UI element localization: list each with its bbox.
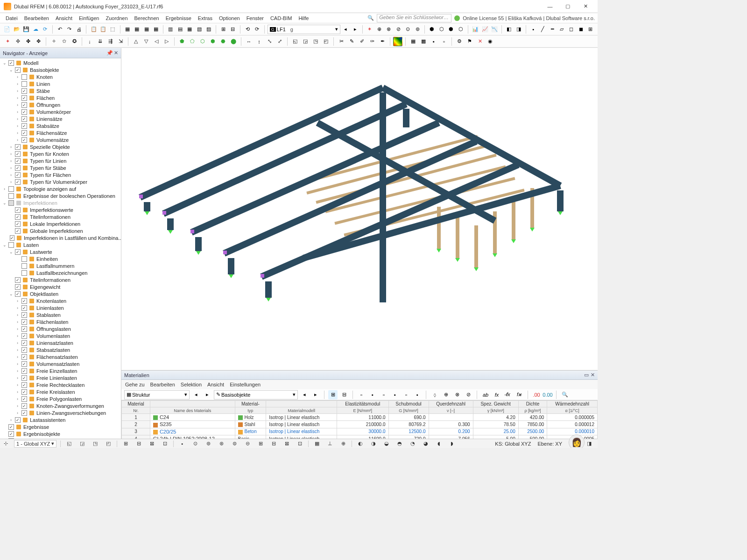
sb-snap5[interactable]: ⊜ — [230, 439, 239, 448]
window-minimize[interactable]: — — [542, 1, 558, 12]
tb2-m1[interactable]: ⬟ — [177, 37, 187, 46]
expand-icon[interactable]: › — [15, 131, 20, 135]
expand-icon[interactable]: › — [15, 376, 20, 380]
tb-undo[interactable]: ↶ — [56, 25, 64, 34]
tb-set[interactable]: ⊞ — [586, 25, 595, 34]
mat-tb-dec2[interactable]: 0.00 — [543, 390, 552, 399]
checkbox[interactable] — [21, 354, 27, 360]
checkbox[interactable] — [15, 207, 21, 213]
sb-2[interactable]: ◲ — [78, 439, 87, 448]
sb-snap9[interactable]: ⊠ — [282, 439, 291, 448]
sb-7[interactable]: ⊠ — [147, 439, 156, 448]
expand-icon[interactable]: › — [15, 89, 20, 93]
expand-icon[interactable]: ⌄ — [2, 201, 7, 205]
mat-tb-e[interactable]: ▫ — [402, 390, 411, 399]
tb2-1[interactable]: ✦ — [3, 37, 12, 46]
tree-item[interactable]: Titelinformationen — [0, 213, 121, 220]
mat-tb-a[interactable]: ▫ — [357, 390, 366, 399]
expand-icon[interactable]: › — [8, 166, 14, 170]
tb-snap2[interactable]: ⊕ — [375, 25, 383, 34]
tb-memb[interactable]: ━ — [548, 25, 557, 34]
tree-item[interactable]: Lastfallnummern — [0, 262, 121, 269]
tb2-support4[interactable]: ▷ — [162, 37, 171, 46]
tree-item[interactable]: ⌄Lastwerte — [0, 248, 121, 255]
tree-item[interactable]: ⌄Basisobjekte — [0, 66, 121, 73]
mat-tb-i[interactable]: ⊗ — [452, 390, 462, 399]
tb2-edit2[interactable]: ✎ — [347, 37, 356, 46]
checkbox[interactable] — [21, 326, 27, 332]
tb-view1[interactable]: ▦ — [123, 25, 132, 34]
expand-icon[interactable]: › — [8, 180, 14, 184]
tb2-m4[interactable]: ⬢ — [208, 37, 218, 46]
tb-calc2[interactable]: ⬡ — [437, 25, 446, 34]
mat-menu-view[interactable]: Ansicht — [207, 382, 224, 387]
sb-snap4[interactable]: ⊛ — [217, 439, 226, 448]
tb-open[interactable]: 📂 — [12, 25, 21, 34]
menu-ansicht[interactable]: Ansicht — [53, 14, 75, 22]
expand-icon[interactable]: › — [8, 145, 14, 149]
tb2-support3[interactable]: ◁ — [152, 37, 161, 46]
tb2-5[interactable]: ✧ — [49, 37, 58, 46]
mat-tb-next2[interactable]: ▸ — [311, 390, 320, 399]
tb-view4[interactable]: ▦ — [152, 25, 160, 34]
tb2-load3[interactable]: ⇶ — [106, 37, 115, 46]
basis-dropdown[interactable]: ✎Basisobjekte▾ — [214, 390, 298, 399]
checkbox[interactable] — [15, 214, 21, 220]
tree-item[interactable]: Globale Imperfektionen — [0, 227, 121, 234]
tb2-2[interactable]: ✢ — [13, 37, 22, 46]
tree-item[interactable]: ›Freie Polygonlasten — [0, 395, 121, 402]
expand-icon[interactable]: › — [8, 159, 14, 163]
tb-view3[interactable]: ▦ — [142, 25, 150, 34]
checkbox[interactable] — [10, 235, 14, 241]
tb-snap4[interactable]: ⊘ — [394, 25, 402, 34]
tb2-load2[interactable]: ⇊ — [95, 37, 105, 46]
sb-snap2[interactable]: ⊙ — [190, 439, 200, 448]
tb-open[interactable]: ◻ — [567, 25, 576, 34]
menu-cad-bim[interactable]: CAD-BIM — [268, 14, 295, 22]
tree-item[interactable]: Lastfallbezeichnungen — [0, 269, 121, 276]
tree-item[interactable]: ›Freie Kreislasten — [0, 388, 121, 395]
mat-tb-b[interactable]: ▪ — [368, 390, 377, 399]
user-avatar[interactable]: 👩 — [569, 434, 585, 448]
checkbox[interactable] — [21, 361, 27, 367]
tb2-misc2[interactable]: ⚑ — [465, 37, 474, 46]
tb2-m6[interactable]: ⬤ — [229, 37, 238, 46]
loadcase-selector[interactable]: G LF1 g ▾ — [268, 25, 340, 34]
tree-item[interactable]: ›Knoten-Zwangsverformungen — [0, 402, 121, 409]
expand-icon[interactable]: › — [15, 306, 20, 310]
tb2-support1[interactable]: △ — [131, 37, 141, 46]
3d-viewport[interactable] — [121, 48, 598, 370]
tb2-misc4[interactable]: ◉ — [486, 37, 495, 46]
sb-snap3[interactable]: ⊚ — [204, 439, 213, 448]
mat-tb-fx4[interactable]: fx̶ — [514, 390, 524, 399]
sb-v2[interactable]: ◑ — [369, 439, 378, 448]
checkbox[interactable] — [15, 158, 21, 164]
tree-item[interactable]: ›Öffnungslasten — [0, 325, 121, 332]
navigator-close-icon[interactable]: ✕ — [114, 50, 118, 56]
sb-snap[interactable]: ⊕ — [338, 439, 348, 448]
tb2-edit3[interactable]: ✐ — [357, 37, 366, 46]
tree-item[interactable]: Ergebnisobjekte — [0, 430, 121, 437]
checkbox[interactable] — [21, 123, 27, 129]
expand-icon[interactable]: › — [15, 355, 20, 359]
checkbox[interactable] — [21, 137, 27, 143]
checkbox[interactable] — [8, 242, 14, 248]
tree-item[interactable]: ›Stabsätze — [0, 122, 121, 129]
sb-ortho[interactable]: ⊥ — [325, 439, 335, 448]
checkbox[interactable] — [15, 67, 21, 73]
mat-tb-prev[interactable]: ◂ — [191, 390, 201, 399]
expand-icon[interactable]: › — [15, 124, 20, 128]
checkbox[interactable] — [15, 249, 21, 255]
checkbox[interactable] — [15, 417, 21, 423]
checkbox[interactable] — [8, 431, 14, 437]
tb-calc3[interactable]: ⬢ — [447, 25, 455, 34]
tree-item[interactable]: Einheiten — [0, 255, 121, 262]
mat-tb-search[interactable]: 🔍 — [560, 390, 570, 399]
tree-item[interactable]: Ergebnisse der booleschen Operationen — [0, 192, 121, 199]
sb-v3[interactable]: ◒ — [382, 439, 391, 448]
expand-icon[interactable]: › — [15, 383, 20, 387]
tree-item[interactable]: Imperfektionswerte — [0, 206, 121, 213]
menu-einfuegen[interactable]: Einfügen — [76, 14, 102, 22]
tree-item[interactable]: ›Flächensatzlasten — [0, 353, 121, 360]
tree-item[interactable]: ›Lastassistenten — [0, 416, 121, 423]
